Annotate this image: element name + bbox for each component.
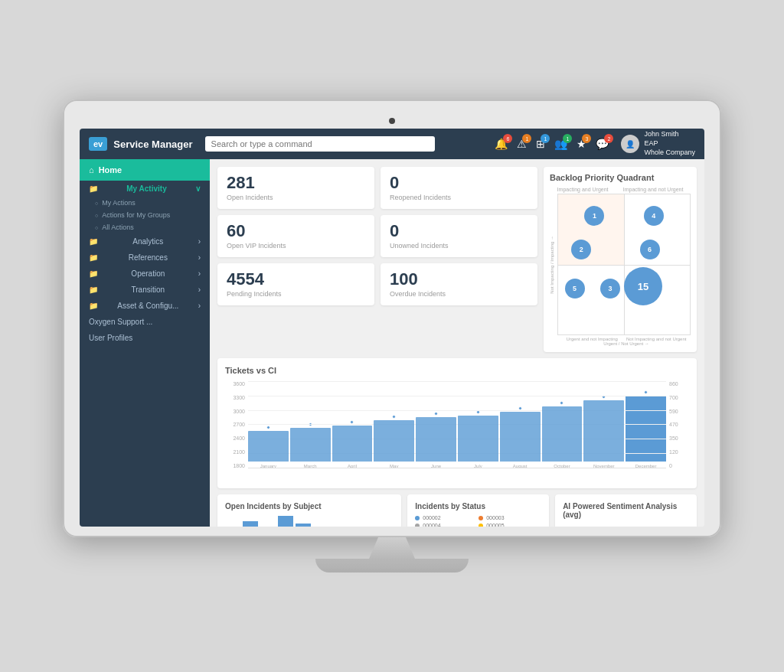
folder-analytics-icon: 📁 [89, 237, 98, 246]
chevron-right-references-icon: › [198, 253, 201, 262]
alert-badge: 1 [522, 134, 531, 143]
bottom-card-incidents-status: Incidents by Status 000002 000003 [407, 494, 549, 527]
folder-references-icon: 📁 [89, 253, 98, 262]
bar-october: October [542, 401, 583, 468]
bubble-4: 4 [644, 206, 664, 226]
bottom-card-title-3: AI Powered Sentiment Analysis (avg) [563, 502, 689, 519]
search-input[interactable] [205, 136, 435, 152]
monitor-bezel: ev Service Manager 🔔 6 ⚠ 1 ⊞ [80, 129, 704, 527]
stat-label-pending: Pending Incidents [227, 290, 365, 298]
stat-label-open: Open Incidents [227, 194, 365, 201]
star-badge: 3 [582, 134, 591, 143]
star-button[interactable]: ★ 3 [573, 136, 590, 152]
sidebar-item-myactivity[interactable]: 📁 My Activity ∨ [80, 181, 210, 197]
bubble-3: 3 [600, 279, 620, 298]
bottom-grid: Open Incidents by Subject [217, 494, 697, 527]
chat-button[interactable]: 💬 2 [593, 136, 612, 152]
sidebar-item-oxygen[interactable]: Oxygen Support ... [80, 314, 210, 330]
stat-number-open: 281 [227, 175, 365, 191]
bottom-card-open-incidents: Open Incidents by Subject [217, 494, 401, 527]
avatar: 👤 [621, 135, 639, 153]
logo-box: ev [89, 137, 107, 151]
open-incidents-chart [225, 515, 394, 527]
chevron-right-asset-icon: › [198, 302, 201, 310]
stat-reopened-incidents[interactable]: 0 Reopened Incidents [381, 167, 537, 209]
chart-y-right: 8607005904703501200 [666, 381, 689, 481]
monitor-wrapper: ev Service Manager 🔔 6 ⚠ 1 ⊞ [63, 99, 721, 573]
folder-operation-icon: 📁 [89, 269, 98, 278]
stat-label-vip: Open VIP Incidents [227, 242, 365, 250]
chevron-down-icon: ∨ [195, 184, 201, 193]
sidebar-item-analytics[interactable]: 📁 Analytics › [80, 233, 210, 250]
bar-june: June [416, 412, 456, 468]
bubble-6: 6 [640, 240, 660, 259]
quadrant-x-label: Urgent / Not Urgent → [550, 341, 691, 346]
bottom-card-sentiment: AI Powered Sentiment Analysis (avg) 😢 😐 … [555, 494, 697, 527]
sidebar-item-asset[interactable]: 📁 Asset & Configu... › [80, 298, 210, 314]
alert-button[interactable]: ⚠ 1 [514, 136, 530, 152]
bottom-card-title-2: Incidents by Status [415, 502, 541, 511]
grid-button[interactable]: ⊞ 1 [533, 136, 548, 152]
stat-label-reopened: Reopened Incidents [390, 194, 528, 201]
main-layout: ⌂ Home 📁 My Activity ∨ My Actions Action… [80, 159, 704, 527]
bubble-5: 5 [565, 279, 585, 298]
camera-dot [389, 118, 395, 124]
topbar: ev Service Manager 🔔 6 ⚠ 1 ⊞ [80, 129, 704, 159]
sidebar-item-references[interactable]: 📁 References › [80, 250, 210, 266]
monitor-screen: ev Service Manager 🔔 6 ⚠ 1 ⊞ [63, 99, 721, 537]
quadrant-label-top-right: Impacting and not Urgent [623, 187, 684, 192]
sidebar-item-transition[interactable]: 📁 Transition › [80, 282, 210, 298]
stand-neck [369, 537, 415, 559]
stat-open-incidents[interactable]: 281 Open Incidents [217, 167, 374, 209]
bell-badge: 6 [503, 134, 512, 143]
chevron-right-transition-icon: › [198, 285, 201, 294]
legend-000005: 000005 [479, 523, 541, 527]
sidebar-item-home[interactable]: ⌂ Home [80, 159, 210, 181]
stat-label-overdue: Overdue Incidents [390, 290, 528, 298]
backlog-card: Backlog Priority Quadrant Impacting and … [544, 167, 697, 352]
chevron-right-operation-icon: › [198, 269, 201, 278]
stat-number-reopened: 0 [390, 175, 528, 191]
stat-pending-incidents[interactable]: 4554 Pending Incidents [217, 263, 374, 305]
sidebar-sub-allactions[interactable]: All Actions [80, 221, 210, 233]
incidents-legend: 000002 000003 000004 [415, 515, 541, 527]
stand-base [315, 559, 469, 573]
stat-number-vip: 60 [227, 223, 365, 240]
chevron-right-icon: › [198, 237, 201, 246]
quadrant-label-top-left: Impacting and Urgent [557, 187, 609, 192]
monitor-stand [315, 537, 469, 573]
stat-number-unowned: 0 [390, 223, 528, 240]
chat-badge: 2 [604, 134, 613, 143]
chart-title: Tickets vs CI [225, 366, 689, 375]
bell-button[interactable]: 🔔 6 [492, 136, 511, 152]
bar-may: May [374, 415, 414, 468]
sidebar-item-operation[interactable]: 📁 Operation › [80, 266, 210, 282]
user-company: Whole Company [644, 148, 695, 158]
user-name: John Smith [644, 130, 695, 139]
legend-000004: 000004 [415, 523, 478, 527]
stat-unowned-incidents[interactable]: 0 Unowned Incidents [381, 215, 537, 257]
bar-november: November [583, 395, 624, 468]
stat-vip-incidents[interactable]: 60 Open VIP Incidents [217, 215, 374, 257]
users-badge: 1 [563, 134, 572, 143]
legend-000002: 000002 [415, 515, 478, 520]
bar-august: August [500, 406, 541, 468]
sidebar-item-userprofiles[interactable]: User Profiles [80, 330, 210, 346]
home-label: Home [99, 165, 122, 175]
home-icon: ⌂ [89, 165, 94, 175]
sidebar-sub-myactions[interactable]: My Actions [80, 197, 210, 209]
bubble-2: 2 [571, 240, 591, 259]
sidebar-sub-groupactions[interactable]: Actions for My Groups [80, 209, 210, 221]
app-container: ev Service Manager 🔔 6 ⚠ 1 ⊞ [80, 129, 704, 527]
legend-000003: 000003 [479, 515, 541, 520]
quadrant-y-label: Not Impacting / Impacting → [550, 236, 554, 294]
stat-number-overdue: 100 [390, 271, 528, 288]
stat-overdue-incidents[interactable]: 100 Overdue Incidents [381, 263, 537, 305]
stat-number-pending: 4554 [227, 271, 365, 288]
users-button[interactable]: 👥 1 [551, 136, 570, 152]
sentiment-row: 😢 😐 🙂 [563, 524, 689, 527]
chart-card: Tickets vs CI 36003300300027002400210018… [217, 358, 697, 488]
folder-transition-icon: 📁 [89, 285, 98, 294]
user-text: John Smith EAP Whole Company [644, 130, 695, 157]
bar-march: March [290, 422, 331, 468]
